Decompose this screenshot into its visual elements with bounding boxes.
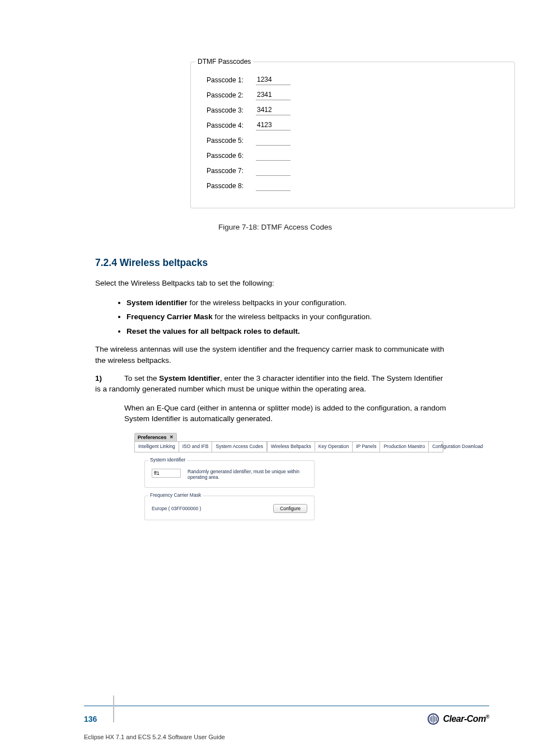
tab-iso-ifb[interactable]: ISO and IFB bbox=[179, 442, 213, 452]
passcode-7-input[interactable] bbox=[256, 165, 291, 176]
step-body: When an E-Que card (either in antenna or… bbox=[124, 403, 450, 424]
preferences-tab-label: Preferences bbox=[138, 435, 167, 440]
bullet-list: System identifier for the wireless beltp… bbox=[127, 296, 450, 339]
preferences-screenshot: Preferences ✕ Intelligent Linking ISO an… bbox=[134, 432, 443, 531]
passcode-row: Passcode 7: bbox=[207, 165, 503, 176]
procedure-step: 1)To set the System Identifier, enter th… bbox=[95, 373, 450, 424]
preferences-tab-chip[interactable]: Preferences ✕ bbox=[134, 433, 177, 441]
passcode-label: Passcode 6: bbox=[207, 152, 256, 160]
passcode-label: Passcode 7: bbox=[207, 167, 256, 175]
list-item: Reset the values for all beltpack roles … bbox=[127, 324, 450, 339]
system-identifier-legend: System Identifier bbox=[148, 457, 187, 463]
passcode-5-input[interactable] bbox=[256, 135, 291, 146]
system-identifier-desc: Randomly generated identifier, must be u… bbox=[188, 469, 307, 480]
passcode-1-input[interactable] bbox=[256, 74, 291, 85]
passcode-row: Passcode 6: bbox=[207, 150, 503, 161]
tab-system-access-codes[interactable]: System Access Codes bbox=[212, 442, 267, 452]
bullet-bold: Reset the values for all beltpack roles … bbox=[127, 327, 300, 335]
dtmf-legend: DTMF Passcodes bbox=[195, 58, 253, 66]
clearcom-logo-icon bbox=[427, 713, 439, 725]
passcode-row: Passcode 2: bbox=[207, 90, 503, 100]
passcode-3-input[interactable] bbox=[256, 105, 291, 115]
close-icon[interactable]: ✕ bbox=[170, 435, 174, 440]
preferences-tabstrip: Intelligent Linking ISO and IFB System A… bbox=[134, 441, 443, 452]
passcode-row: Passcode 3: bbox=[207, 105, 503, 115]
configure-button[interactable]: Configure bbox=[273, 504, 307, 513]
list-item: Frequency Carrier Mask for the wireless … bbox=[127, 310, 450, 324]
footer-spine bbox=[113, 696, 114, 722]
bullet-bold: System identifier bbox=[127, 298, 188, 307]
step-text: To set the System Identifier, enter the … bbox=[95, 374, 443, 394]
passcode-label: Passcode 4: bbox=[207, 122, 256, 129]
tab-key-operation[interactable]: Key Operation bbox=[315, 442, 353, 452]
bullet-rest: for the wireless beltpacks in your confi… bbox=[213, 312, 372, 321]
bullet-rest: for the wireless beltpacks in your confi… bbox=[188, 298, 346, 307]
passcode-6-input[interactable] bbox=[256, 150, 291, 161]
tab-wireless-beltpacks[interactable]: Wireless Beltpacks bbox=[267, 441, 315, 451]
passcode-label: Passcode 5: bbox=[207, 137, 256, 144]
step-number: 1) bbox=[95, 373, 124, 384]
passcode-row: Passcode 5: bbox=[207, 135, 503, 146]
brand-text: Clear-Com® bbox=[443, 714, 489, 724]
tab-intelligent-linking[interactable]: Intelligent Linking bbox=[135, 442, 179, 452]
section-heading: 7.2.4 Wireless beltpacks bbox=[95, 257, 450, 269]
footer-rule bbox=[84, 706, 489, 706]
frequency-carrier-mask-value: Europe ( 03FF000000 ) bbox=[152, 506, 201, 511]
dtmf-passcodes-fieldset: DTMF Passcodes Passcode 1: Passcode 2: P… bbox=[190, 62, 515, 208]
passcode-4-input[interactable] bbox=[256, 120, 291, 130]
system-identifier-fieldset: System Identifier Randomly generated ide… bbox=[144, 460, 315, 488]
brand-logo: Clear-Com® bbox=[427, 713, 489, 725]
passcode-label: Passcode 3: bbox=[207, 106, 256, 114]
passcode-label: Passcode 1: bbox=[207, 76, 256, 84]
passcode-2-input[interactable] bbox=[256, 90, 291, 100]
passcode-row: Passcode 8: bbox=[207, 180, 503, 191]
passcode-row: Passcode 4: bbox=[207, 120, 503, 130]
post-bullets-text: The wireless antennas will use the syste… bbox=[95, 344, 450, 366]
page-footer: 136 Clear-Com® bbox=[84, 706, 489, 725]
tab-production-maestro[interactable]: Production Maestro bbox=[380, 442, 429, 452]
list-item: System identifier for the wireless beltp… bbox=[127, 296, 450, 310]
preferences-body: System Identifier Randomly generated ide… bbox=[134, 452, 443, 531]
system-identifier-input[interactable] bbox=[152, 469, 181, 478]
passcode-label: Passcode 2: bbox=[207, 91, 256, 99]
page-number: 136 bbox=[84, 715, 97, 724]
section-intro: Select the Wireless Beltpacks tab to set… bbox=[95, 278, 450, 289]
tab-configuration-download[interactable]: Configuration Download bbox=[429, 442, 486, 452]
passcode-label: Passcode 8: bbox=[207, 182, 256, 190]
doc-title-footer: Eclipse HX 7.1 and ECS 5.2.4 Software Us… bbox=[84, 734, 225, 740]
tab-ip-panels[interactable]: IP Panels bbox=[353, 442, 380, 452]
frequency-carrier-mask-legend: Frequency Carrier Mask bbox=[148, 492, 203, 498]
bullet-bold: Frequency Carrier Mask bbox=[127, 312, 213, 321]
figure-caption: Figure 7-18: DTMF Access Codes bbox=[218, 223, 450, 231]
passcode-8-input[interactable] bbox=[256, 180, 291, 191]
frequency-carrier-mask-fieldset: Frequency Carrier Mask Europe ( 03FF0000… bbox=[144, 496, 315, 520]
passcode-row: Passcode 1: bbox=[207, 74, 503, 85]
